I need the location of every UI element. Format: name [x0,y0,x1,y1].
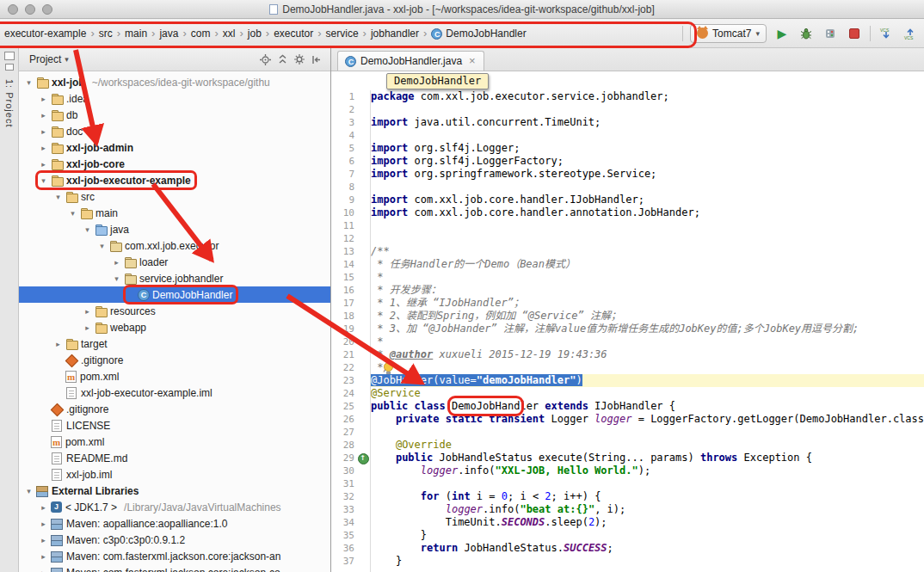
tree-item-xxl-job-executor-example[interactable]: ▾xxl-job-executor-example [19,172,330,188]
expand-arrow-icon[interactable]: ▸ [37,111,50,120]
tree-item-.gitignore[interactable]: .gitignore [19,352,330,368]
code-line-1[interactable]: package com.xxl.job.executor.service.job… [371,90,924,103]
code-line-8[interactable] [371,181,924,194]
tree-item-pom.xml[interactable]: pom.xml [19,434,330,450]
expand-arrow-icon[interactable]: ▸ [37,127,50,136]
code-line-12[interactable] [371,232,924,245]
code-line-4[interactable] [371,129,924,142]
code-line-13[interactable]: /** [371,245,924,258]
code-line-9[interactable]: import com.xxl.job.core.handler.IJobHand… [371,194,924,206]
expand-arrow-icon[interactable]: ▸ [37,536,50,544]
code-line-36[interactable]: return JobHandleStatus.SUCCESS; [371,542,924,555]
vcs-commit-button[interactable]: VCS [902,25,919,42]
project-tool-button[interactable]: 1: Project [4,79,15,127]
code-line-17[interactable]: * 1、继承 “IJobHandler”； [371,297,924,310]
tree-item-java[interactable]: ▾java [19,221,330,237]
tool-window-icon[interactable] [4,52,15,60]
code-line-25[interactable]: public class DemoJobHandler extends IJob… [371,400,924,413]
zoom-window-button[interactable] [42,4,52,15]
breadcrumb-item-service[interactable]: service [323,26,361,41]
tree-item-xxl-job-admin[interactable]: ▸xxl-job-admin [19,139,330,156]
tree-item-.idea[interactable]: ▸.idea [19,90,330,107]
minimize-window-button[interactable] [25,4,35,15]
expand-arrow-icon[interactable]: ▸ [37,520,50,528]
tree-item-maven-aopalliance-aopalliance-1.0[interactable]: ▸Maven: aopalliance:aopalliance:1.0 [19,515,330,532]
code-line-27[interactable] [371,426,924,439]
tree-item-xxl-job.iml[interactable]: xxl-job.iml [19,466,330,483]
expand-arrow-icon[interactable]: ▸ [37,95,50,103]
close-tab-icon[interactable]: × [469,54,476,67]
run-button[interactable]: ▶ [773,25,791,42]
collapse-arrow-icon[interactable]: ▾ [22,487,35,495]
tree-item-loader[interactable]: ▸loader [19,254,330,270]
tree-item-xxl-job[interactable]: ▾xxl-job~/workspaces/idea-git-workspace/… [19,74,330,90]
code-line-18[interactable]: * 2、装配到Spring，例如加 “@Service” 注解； [371,310,924,323]
project-panel-title[interactable]: Project [29,53,61,65]
code-line-3[interactable]: import java.util.concurrent.TimeUnit; [371,116,924,129]
run-with-coverage-button[interactable] [822,25,839,42]
code-line-19[interactable]: * 3、加 “@JobHander” 注解，注解value值为新增任务生成的Jo… [371,323,924,335]
settings-button[interactable] [293,52,306,66]
code-line-10[interactable]: import com.xxl.job.core.handler.annotati… [371,206,924,219]
code-line-5[interactable]: import org.slf4j.Logger; [371,142,924,155]
code-line-2[interactable] [371,103,924,116]
stop-button[interactable] [846,25,863,42]
locate-button[interactable] [258,52,272,66]
tree-item-.gitignore[interactable]: .gitignore [19,401,330,417]
tree-item-license[interactable]: LICENSE [19,417,330,434]
breadcrumb-item-demojobhandler[interactable]: DemoJobHandler [428,26,528,41]
tree-item-main[interactable]: ▾main [19,205,330,221]
tree-item-readme.md[interactable]: README.md [19,450,330,466]
breadcrumb-item-com[interactable]: com [188,26,213,41]
collapse-arrow-icon[interactable]: ▾ [37,176,50,185]
expand-arrow-icon[interactable]: ▸ [37,160,50,169]
expand-arrow-icon[interactable]: ▸ [37,503,50,512]
code-line-14[interactable]: * 任务Handler的一个Demo（Bean模式） [371,258,924,271]
expand-arrow-icon[interactable]: ▸ [52,340,65,348]
code-line-33[interactable]: logger.info("beat at:{}", i); [371,503,924,516]
expand-arrow-icon[interactable]: ▸ [110,258,123,267]
tree-item-maven-com.fasterxml.jackson.core-jackson-an[interactable]: ▸Maven: com.fasterxml.jackson.core:jacks… [19,548,330,564]
tree-item-db[interactable]: ▸db [19,107,330,123]
tool-window-icon-2[interactable] [5,64,14,71]
breadcrumb-item-src[interactable]: src [96,26,115,41]
tree-item-resources[interactable]: ▸resources [19,303,330,319]
expand-arrow-icon[interactable]: ▸ [37,569,50,572]
code-line-15[interactable]: * [371,271,924,284]
code-line-16[interactable]: * 开发步骤： [371,284,924,297]
code-editor[interactable]: DemoJobHandler 1234567891011121314151617… [331,71,924,572]
tree-item-xxl-job-core[interactable]: ▸xxl-job-core [19,156,330,172]
code-line-28[interactable]: @Override [371,439,924,452]
tree-item-webapp[interactable]: ▸webapp [19,319,330,335]
tree-item-src[interactable]: ▾src [19,188,330,205]
code-line-29[interactable]: public JobHandleStatus execute(String...… [371,452,924,464]
code-line-24[interactable]: @Service [371,387,924,400]
breadcrumb-item-xxl[interactable]: xxl [220,26,238,41]
collapse-arrow-icon[interactable]: ▾ [66,209,79,218]
tree-item-pom.xml[interactable]: pom.xml [19,368,330,384]
collapse-arrow-icon[interactable]: ▾ [95,242,108,250]
code-line-21[interactable]: * @author xuxueli 2015-12-19 19:43:36 [371,348,924,361]
tree-item-external-libraries[interactable]: ▾External Libraries [19,483,330,499]
code-line-11[interactable] [371,219,924,232]
code-line-23[interactable]: @JobHander(value="demoJobHandler") [371,374,924,387]
code-line-7[interactable]: import org.springframework.stereotype.Se… [371,168,924,181]
tree-item--jdk1.7-[interactable]: ▸< JDK1.7 >/Library/Java/JavaVirtualMach… [19,499,330,515]
override-marker-icon[interactable] [356,452,370,464]
expand-arrow-icon[interactable]: ▸ [37,144,50,152]
collapse-arrow-icon[interactable]: ▾ [81,225,94,234]
vcs-update-button[interactable]: VCS [878,25,895,42]
hide-panel-button[interactable] [310,52,323,66]
breadcrumb-item-java[interactable]: java [157,26,181,41]
code-line-22[interactable]: */ [371,361,924,374]
tree-item-xxl-job-executor-example.iml[interactable]: xxl-job-executor-example.iml [19,384,330,401]
expand-arrow-icon[interactable]: ▸ [81,307,94,316]
tree-item-doc[interactable]: ▸doc [19,123,330,139]
breadcrumb-item-executor[interactable]: executor [271,26,316,41]
breadcrumb-item-job[interactable]: job [245,26,264,41]
code-line-26[interactable]: private static transient Logger logger =… [371,413,924,426]
expand-arrow-icon[interactable]: ▸ [81,323,94,332]
tree-item-target[interactable]: ▸target [19,335,330,352]
code-line-32[interactable]: for (int i = 0; i < 2; i++) { [371,490,924,503]
tab-demojobhandler[interactable]: DemoJobHandler.java × [337,51,484,71]
